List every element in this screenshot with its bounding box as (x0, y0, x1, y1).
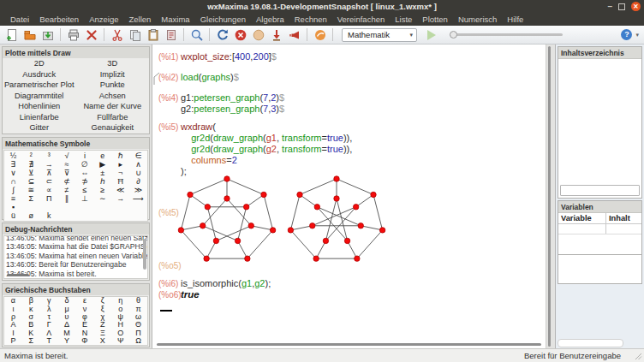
draw-button-diagrammtitel[interactable]: Diagrammtitel (3, 91, 76, 102)
symbol-button[interactable]: ⊅ (76, 177, 94, 186)
symbol-button[interactable]: ⟶ (129, 194, 147, 203)
cell-bracket-icon[interactable] (153, 72, 160, 86)
worksheet[interactable]: (%i1)wxplot_size:[400,200]$(%i2)load(gra… (152, 45, 546, 348)
symbol-button[interactable]: ± (93, 169, 111, 177)
menu-numerisch[interactable]: Numerisch (453, 13, 502, 26)
cell-code[interactable]: wxdraw( gr2d(draw_graph(g1, transform=tr… (181, 122, 352, 177)
cell-code[interactable]: load(graphs)$ (181, 72, 239, 83)
help-icon[interactable]: ? (621, 29, 632, 40)
symbol-button[interactable]: ▸ (111, 160, 129, 169)
menu-vereinfachen[interactable]: Vereinfachen (332, 13, 390, 26)
code-line[interactable]: columns=2 (181, 155, 352, 166)
symbol-button[interactable]: ≅ (22, 186, 40, 194)
slider-thumb[interactable] (450, 31, 457, 39)
symbol-button[interactable]: ∼ (93, 194, 111, 203)
symbol-button[interactable]: ≈ (58, 160, 76, 169)
symbol-button[interactable]: ∈ (129, 151, 147, 160)
new-document-button[interactable] (3, 27, 20, 43)
symbol-button[interactable]: Σ (22, 194, 40, 203)
menu-datei[interactable]: Datei (5, 13, 34, 26)
symbol-button[interactable]: → (111, 194, 129, 203)
greek-button-Ω[interactable]: Ω (129, 337, 147, 345)
draw-button-h-henlinien[interactable]: Höhenlinien (3, 101, 76, 112)
symbol-button[interactable]: ¬ (111, 169, 129, 177)
search-button[interactable] (188, 27, 205, 43)
cell-type-select[interactable]: Mathematik ▾ (342, 28, 417, 42)
symbol-button[interactable]: Ħ (111, 177, 129, 186)
menu-gleichungen[interactable]: Gleichungen (195, 13, 251, 26)
print-button[interactable] (65, 27, 81, 43)
copy-button[interactable] (127, 27, 143, 43)
cut-button[interactable] (109, 27, 125, 43)
greek-button-Χ[interactable]: Χ (93, 337, 111, 345)
worksheet-scrollbar-thumb[interactable] (548, 46, 551, 347)
minimize-button[interactable]: – (607, 2, 612, 11)
symbol-button[interactable]: ⊼ (40, 169, 58, 177)
debug-vertical-scrollbar[interactable] (143, 239, 146, 270)
code-line[interactable]: is_isomorphic(g1,g2); (181, 278, 271, 289)
variables-empty-row[interactable] (558, 224, 641, 234)
symbol-button[interactable]: ≥ (93, 186, 111, 194)
menu-maxima[interactable]: Maxima (156, 13, 194, 26)
symbol-button[interactable]: ü (4, 211, 22, 220)
draw-button-name-der-kurve[interactable]: Name der Kurve (76, 101, 150, 112)
symbol-button[interactable]: ∄ (22, 160, 40, 169)
symbol-button[interactable]: ▶ (93, 160, 111, 169)
cell-code[interactable]: wxplot_size:[400,200]$ (181, 51, 277, 62)
symbol-button[interactable]: e (93, 151, 111, 160)
menu-liste[interactable]: Liste (390, 13, 417, 26)
preferences-button[interactable] (83, 27, 99, 43)
symbol-button[interactable]: ⊥ (76, 194, 94, 203)
greek-button-Υ[interactable]: Υ (58, 337, 76, 345)
delete-button[interactable] (163, 27, 179, 43)
toc-filter-input[interactable] (560, 185, 640, 196)
menu-rechnen[interactable]: Rechnen (289, 13, 332, 26)
code-line[interactable]: load(graphs)$ (181, 72, 239, 83)
symbol-button[interactable]: ≪ (111, 186, 129, 194)
code-line[interactable]: g1:petersen_graph(7,2)$ (181, 92, 284, 104)
play-animation-button[interactable] (427, 30, 436, 40)
symbol-button[interactable]: ∂ (129, 177, 147, 186)
symbol-button[interactable]: ∨ (4, 169, 22, 177)
worksheet-scrollbar-track[interactable] (546, 45, 555, 348)
open-button[interactable] (21, 27, 38, 43)
greek-button-Ρ[interactable]: Ρ (4, 337, 22, 345)
symbol-button[interactable]: → (40, 160, 58, 169)
evaluate-cell-button[interactable] (250, 27, 266, 43)
worksheet-horizontal-scrollbar[interactable] (157, 343, 541, 346)
draw-button-punkte[interactable]: Punkte (76, 80, 150, 91)
follow-output-button[interactable] (286, 27, 302, 43)
symbol-button[interactable]: ≡ (4, 194, 22, 203)
recalculate-button[interactable] (214, 27, 230, 43)
menu-bearbeiten[interactable]: Bearbeiten (34, 13, 84, 26)
code-line[interactable]: g2:petersen_graph(7,3)$ (181, 104, 284, 115)
symbol-button[interactable]: ≤ (76, 186, 94, 194)
toolbar-overflow-caret[interactable]: ▾ (634, 32, 641, 39)
save-button[interactable] (39, 27, 56, 43)
symbol-button[interactable]: ≫ (129, 186, 147, 194)
menu-hilfe[interactable]: Hilfe (502, 13, 528, 26)
symbol-button[interactable]: k (40, 211, 58, 220)
draw-button-linienfarbe[interactable]: Linienfarbe (3, 112, 76, 123)
greek-button-Ψ[interactable]: Ψ (111, 337, 129, 345)
cell-output[interactable]: true (181, 289, 200, 300)
symbol-button[interactable]: ∃ (4, 160, 22, 169)
symbol-button[interactable]: ∥ (58, 194, 76, 203)
symbol-button[interactable]: ⊆ (22, 177, 40, 186)
menu-zellen[interactable]: Zellen (123, 13, 156, 26)
symbol-button[interactable]: ∪ (129, 169, 147, 177)
symbol-button[interactable]: i (76, 151, 94, 160)
wxmaxima-help-button[interactable] (312, 27, 328, 43)
symbol-button[interactable]: ∫ (4, 186, 22, 194)
draw-button-achsen[interactable]: Achsen (76, 91, 150, 102)
draw-button-3d[interactable]: 3D (76, 58, 150, 69)
code-line[interactable]: wxplot_size:[400,200]$ (181, 51, 277, 62)
close-button[interactable]: ✕ (631, 2, 641, 11)
debug-messages-log[interactable]: 13:46:05: Maxima sendet einen neuen Satz… (3, 235, 148, 280)
paste-button[interactable] (145, 27, 161, 43)
draw-button-genauigkeit[interactable]: Genauigkeit (76, 122, 150, 134)
symbol-button[interactable]: ⊂ (40, 177, 58, 186)
symbol-button[interactable]: ≠ (58, 186, 76, 194)
symbol-button[interactable]: ² (22, 151, 40, 160)
code-line[interactable]: gr2d(draw_graph(g1, transform=true)), (181, 133, 352, 144)
